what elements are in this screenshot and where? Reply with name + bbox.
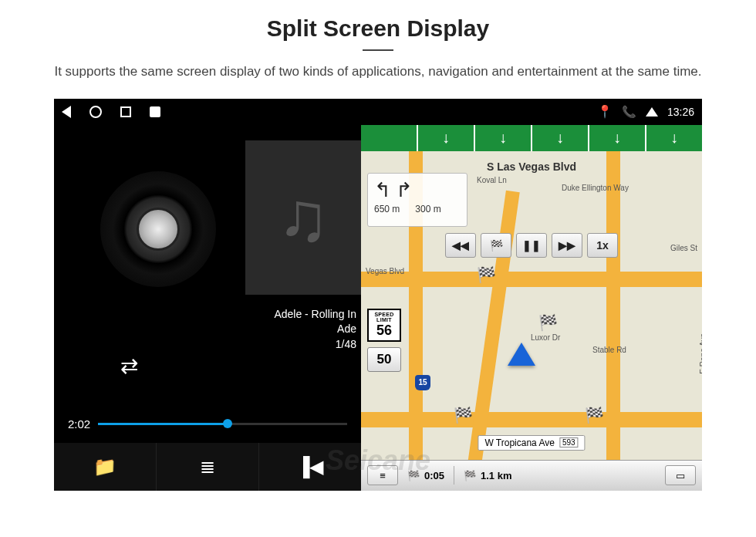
lane-arrow-icon: ↓ <box>499 129 507 147</box>
lane-arrow-icon: ↓ <box>556 129 564 147</box>
street-label: Koval Ln <box>477 176 507 184</box>
page-title: Split Screen Display <box>267 15 489 42</box>
turn-panel: ↰ ↱ 650 m 300 m <box>367 173 467 227</box>
progress-bar[interactable] <box>98 423 347 425</box>
street-label: Luxor Dr <box>531 333 560 342</box>
eta-value: 0:05 <box>424 470 444 481</box>
status-bar: 📍 📞 13:26 <box>54 99 702 125</box>
screenshot-icon[interactable] <box>150 106 160 117</box>
vehicle-cursor-icon <box>508 343 535 366</box>
destination-flag-icon: 🏁 <box>464 470 476 481</box>
current-speed: 50 <box>367 347 401 372</box>
street-label: Giles St <box>670 244 697 252</box>
music-note-icon: ♫ <box>277 177 329 257</box>
current-street: W Tropicana Ave <box>484 437 555 448</box>
map-prev-button[interactable]: ◀◀ <box>445 233 476 258</box>
track-artist: Ade <box>274 322 356 337</box>
upcoming-street: S Las Vegas Blvd <box>487 160 576 173</box>
distance-value: 1.1 km <box>481 470 511 481</box>
shuffle-icon[interactable]: ⇄ <box>120 353 138 379</box>
player-controls: 📁 ≣ ▐◀ <box>54 443 361 491</box>
street-panel: W Tropicana Ave 593 <box>478 435 585 451</box>
music-pane: ♫ Adele - Rolling In Ade 1/48 ⇄ 2:02 📁 <box>54 125 361 491</box>
device-frame: 📍 📞 13:26 ♫ Adele - Rolling In Ade 1/48 <box>54 99 702 491</box>
lane-guidance: ↓ ↓ ↓ ↓ ↓ <box>361 125 702 151</box>
split-container: ♫ Adele - Rolling In Ade 1/48 ⇄ 2:02 📁 <box>54 125 702 491</box>
elapsed-time: 2:02 <box>68 417 90 431</box>
flag-icon: 🏁 <box>477 265 494 282</box>
track-title: Adele - Rolling In <box>274 307 356 323</box>
title-rule <box>363 49 393 51</box>
distance-display: 🏁 1.1 km <box>464 470 511 481</box>
wifi-icon <box>646 107 658 117</box>
street-label: Duke Ellington Way <box>562 184 629 192</box>
lane-arrow-icon: ↓ <box>670 129 678 147</box>
street-label: Stable Rd <box>592 346 626 354</box>
lane-arrow-icon: ↓ <box>613 129 621 147</box>
next-turn-distance: 300 m <box>415 204 440 214</box>
map-bottom-bar: ≡ 🏁 0:05 🏁 1.1 km ▭ <box>361 460 702 491</box>
page-subtitle: It supports the same screen display of t… <box>54 62 701 82</box>
street-number-badge: 593 <box>559 437 579 448</box>
clock: 13:26 <box>667 106 694 118</box>
playlist-button[interactable]: ≣ <box>157 443 258 491</box>
disc-center <box>137 208 180 251</box>
map-pause-button[interactable]: ❚❚ <box>516 233 547 258</box>
turn-distance: 650 m <box>374 204 400 214</box>
flag-icon: 🏁 <box>585 406 602 423</box>
track-meta: Adele - Rolling In Ade 1/48 <box>274 307 356 353</box>
playback-rate-button[interactable]: 1x <box>587 233 618 258</box>
eta-display: 🏁 0:05 <box>407 470 444 481</box>
map-expand-button[interactable]: ▭ <box>665 465 696 485</box>
highway-shield: 15 <box>415 375 430 390</box>
street-label: E Reno Ave <box>699 333 702 374</box>
map-pane[interactable]: Koval Ln Duke Ellington Way Giles St Veg… <box>361 125 702 491</box>
location-icon: 📍 <box>597 104 613 119</box>
home-icon[interactable] <box>89 106 102 118</box>
map-checkered-button[interactable]: 🏁 <box>481 233 511 258</box>
turn-left-icon: ↰ <box>374 178 391 202</box>
folder-button[interactable]: 📁 <box>54 443 156 491</box>
prev-track-button[interactable]: ▐◀ <box>259 443 361 491</box>
turn-right-icon: ↱ <box>396 178 413 202</box>
recent-icon[interactable] <box>120 106 131 117</box>
back-icon[interactable] <box>62 106 71 118</box>
destination-flag-icon: 🏁 <box>407 470 420 481</box>
lane-arrow-icon: ↓ <box>442 129 450 147</box>
flag-icon: 🏁 <box>538 313 555 330</box>
progress-row: 2:02 <box>54 417 361 431</box>
track-counter: 1/48 <box>274 337 356 353</box>
phone-icon: 📞 <box>622 105 636 119</box>
map-next-button[interactable]: ▶▶ <box>552 233 582 258</box>
disc-icon[interactable] <box>100 171 216 287</box>
speed-limit-sign: SPEED LIMIT 56 <box>367 309 401 342</box>
map-media-controls: ◀◀ 🏁 ❚❚ ▶▶ 1x <box>445 233 618 258</box>
street-label: Vegas Blvd <box>366 267 404 275</box>
flag-icon: 🏁 <box>454 406 471 423</box>
album-art-placeholder: ♫ <box>245 140 361 295</box>
map-menu-button[interactable]: ≡ <box>367 465 398 485</box>
speed-limit-label: SPEED LIMIT <box>369 312 400 323</box>
speed-limit-value: 56 <box>369 323 400 339</box>
